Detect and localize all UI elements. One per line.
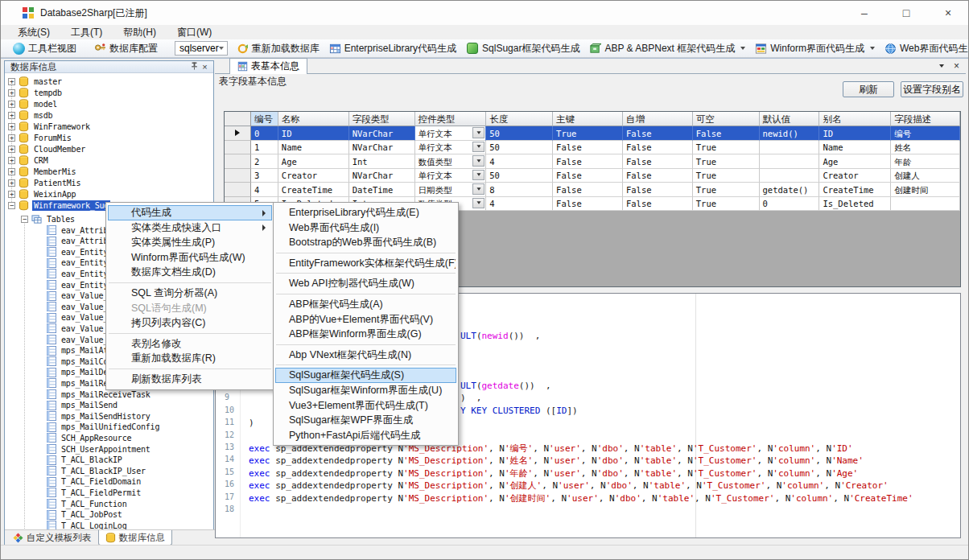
grid-cell-1-7[interactable]: True xyxy=(693,141,760,155)
minimize-button[interactable]: – xyxy=(854,6,875,19)
submenu-item-16[interactable]: Vue3+Element界面代码生成(T) xyxy=(275,398,456,414)
grid-cell-0-0[interactable]: 0 xyxy=(251,126,278,141)
control-type-dropdown[interactable] xyxy=(472,127,484,138)
grid-cell-0-1[interactable]: ID xyxy=(278,126,349,141)
table-node-eav_Value_-7[interactable]: eav_Value_ xyxy=(47,301,109,312)
table-node-mps_MailSendHistory-17[interactable]: mps_MailSendHistory xyxy=(47,410,152,422)
grid-header-2[interactable]: 字段类型 xyxy=(349,112,415,126)
db-node-model[interactable]: +model xyxy=(8,98,59,109)
abp-abpnext-codegen-button[interactable]: ABP & ABPNext 框架代码生成 xyxy=(585,41,749,56)
grid-cell-1-2[interactable]: NVarChar xyxy=(349,141,415,155)
db-node-msdb[interactable]: +msdb xyxy=(8,109,54,121)
grid-cell-2-10[interactable]: 年龄 xyxy=(891,154,960,169)
table-node-eav_Entity-5[interactable]: eav_Entity xyxy=(47,279,109,290)
grid-cell-0-6[interactable]: False xyxy=(623,126,693,141)
db-node-CloudMember[interactable]: +CloudMember xyxy=(8,143,87,154)
control-type-dropdown[interactable] xyxy=(472,155,484,167)
db-type-combobox[interactable]: sqlserver xyxy=(175,41,228,56)
grid-cell-2-4[interactable]: 4 xyxy=(486,154,553,169)
context-menu-item-10[interactable]: 表别名修改 xyxy=(108,336,272,352)
submenu-item-9[interactable]: ABP的Vue+Element界面代码(V) xyxy=(275,312,456,327)
menu-item-2[interactable]: 帮助(H) xyxy=(113,25,167,39)
grid-cell-0-2[interactable]: NVarChar xyxy=(349,126,415,141)
set-field-alias-button[interactable]: 设置字段别名 xyxy=(901,81,963,97)
table-node-eav_Attrib-0[interactable]: eav_Attrib xyxy=(47,224,109,236)
grid-header-8[interactable]: 默认值 xyxy=(760,112,820,126)
grid-cell-4-10[interactable]: 创建时间 xyxy=(891,183,960,197)
table-node-mps_MailDe-13[interactable]: mps_MailDe xyxy=(47,367,109,378)
grid-cell-1-10[interactable]: 姓名 xyxy=(891,141,960,155)
grid-cell-3-10[interactable]: 创建人 xyxy=(891,169,960,183)
table-node-mps_MailUnifiedConfig-18[interactable]: mps_MailUnifiedConfig xyxy=(47,422,161,433)
control-type-dropdown[interactable] xyxy=(472,198,484,209)
grid-cell-2-2[interactable]: Int xyxy=(349,154,415,169)
grid-cell-5-7[interactable]: True xyxy=(693,197,760,212)
grid-cell-2-6[interactable]: False xyxy=(623,154,693,169)
submenu-item-14[interactable]: SqlSugar框架代码生成(S) xyxy=(275,368,456,383)
tab-template-list[interactable]: 自定义模板列表 xyxy=(6,530,98,546)
maximize-button[interactable]: □ xyxy=(896,6,917,19)
web-ui-codegen-button[interactable]: Web界面代码生成 xyxy=(880,41,969,56)
tree-expander-icon[interactable]: + xyxy=(8,146,15,153)
grid-cell-4-7[interactable]: True xyxy=(693,183,760,197)
context-menu-item-0[interactable]: 代码生成 xyxy=(108,205,272,220)
grid-cell-1-5[interactable]: False xyxy=(553,141,623,155)
grid-cell-0-7[interactable]: False xyxy=(693,126,760,141)
db-node-MemberMis[interactable]: +MemberMis xyxy=(8,166,77,177)
tree-expander-icon[interactable]: − xyxy=(8,202,15,209)
submenu-item-12[interactable]: Abp VNext框架代码生成(N) xyxy=(275,348,456,363)
table-node-eav_Value_-10[interactable]: eav_Value_ xyxy=(47,334,109,345)
submenu-item-15[interactable]: SqlSugar框架Winform界面生成(U) xyxy=(275,383,456,398)
context-menu-item-2[interactable]: 实体类属性生成(P) xyxy=(108,235,272,250)
grid-cell-3-6[interactable]: False xyxy=(623,169,693,183)
grid-cell-2-3[interactable]: 数值类型 xyxy=(415,154,487,169)
grid-row-selector[interactable] xyxy=(225,169,251,183)
tree-expander-icon[interactable]: + xyxy=(8,89,15,97)
tree-expander-icon[interactable]: + xyxy=(8,191,15,198)
table-node-SCH_AppResource-19[interactable]: SCH_AppResource xyxy=(47,432,133,443)
db-node-WeixinApp[interactable]: +WeixinApp xyxy=(8,188,77,200)
grid-cell-1-6[interactable]: False xyxy=(623,141,693,155)
grid-cell-4-6[interactable]: False xyxy=(623,183,693,197)
submenu-item-8[interactable]: ABP框架代码生成(A) xyxy=(275,297,456,312)
grid-cell-1-1[interactable]: Name xyxy=(278,141,349,155)
grid-cell-2-7[interactable]: True xyxy=(693,154,760,169)
menu-item-3[interactable]: 窗口(W) xyxy=(167,25,222,39)
sqlsugar-codegen-button[interactable]: SqlSugar框架代码生成 xyxy=(462,41,583,56)
grid-cell-5-4[interactable]: 4 xyxy=(486,197,553,212)
grid-cell-1-3[interactable]: 单行文本 xyxy=(415,141,487,155)
grid-cell-4-4[interactable]: 8 xyxy=(486,183,553,197)
db-node-WinFramework[interactable]: +WinFramework xyxy=(8,121,92,132)
tables-node[interactable]: −Tables xyxy=(21,213,76,224)
grid-cell-4-3[interactable]: 日期类型 xyxy=(415,183,487,197)
table-node-mps_MailCo-12[interactable]: mps_MailCo xyxy=(47,356,109,367)
grid-header-7[interactable]: 可空 xyxy=(693,112,760,126)
grid-cell-3-1[interactable]: Creator xyxy=(278,169,349,183)
tree-expander-icon[interactable]: − xyxy=(21,216,28,223)
table-node-mps_MailSend-16[interactable]: mps_MailSend xyxy=(47,400,119,411)
grid-cell-0-10[interactable]: 编号 xyxy=(891,126,960,141)
grid-row-2[interactable]: 2AgeInt数值类型4FalseFalseTrueAge年龄 xyxy=(225,154,960,169)
context-menu-item-3[interactable]: Winform界面代码生成(W) xyxy=(108,250,272,266)
grid-cell-0-5[interactable]: True xyxy=(553,126,623,141)
context-menu-item-1[interactable]: 实体类生成快速入口 xyxy=(108,220,272,236)
control-type-dropdown[interactable] xyxy=(472,183,484,195)
context-menu-item-8[interactable]: 拷贝列表内容(C) xyxy=(108,315,272,331)
table-node-eav_Value_-6[interactable]: eav_Value_ xyxy=(47,290,109,302)
grid-cell-1-4[interactable]: 50 xyxy=(486,141,553,155)
context-menu-item-4[interactable]: 数据库文档生成(D) xyxy=(108,265,272,280)
table-node-T_ACL_FieldDomain-23[interactable]: T_ACL_FieldDomain xyxy=(47,476,142,488)
table-node-eav_Value_-9[interactable]: eav_Value_ xyxy=(47,323,109,334)
grid-header-5[interactable]: 主键 xyxy=(553,112,623,126)
db-config-button[interactable]: 数据库配置 xyxy=(90,41,162,56)
tree-expander-icon[interactable]: + xyxy=(8,112,15,119)
grid-cell-4-9[interactable]: CreateTime xyxy=(819,183,891,197)
grid-row-selector[interactable] xyxy=(225,141,251,155)
table-node-T_ACL_JobPost-26[interactable]: T_ACL_JobPost xyxy=(47,509,124,521)
menu-item-0[interactable]: 系统(S) xyxy=(7,25,60,39)
table-node-eav_Entity-2[interactable]: eav_Entity xyxy=(47,246,109,257)
submenu-item-4[interactable]: EntityFramework实体框架代码生成(F) xyxy=(275,256,456,271)
db-node-ForumMis[interactable]: +ForumMis xyxy=(8,132,73,143)
grid-header-6[interactable]: 自增 xyxy=(623,112,693,126)
tree-expander-icon[interactable]: + xyxy=(8,168,15,175)
